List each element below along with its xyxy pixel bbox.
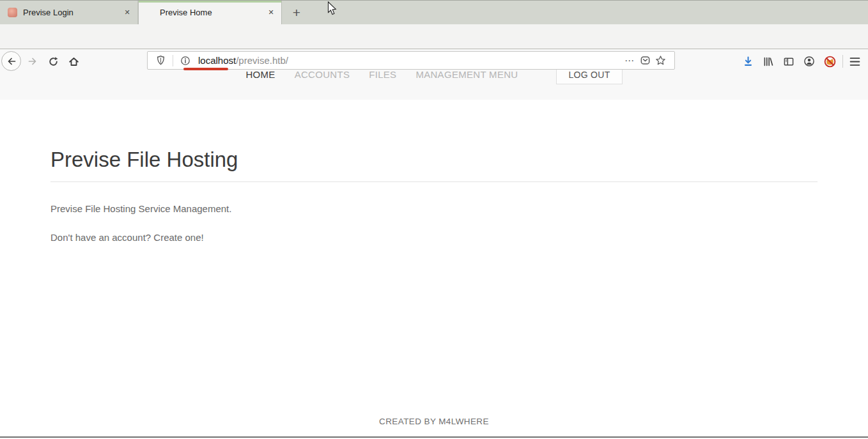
create-account-link[interactable]: Create one! bbox=[153, 232, 203, 243]
reload-icon bbox=[48, 56, 59, 67]
tab-bar: Previse Login ✕ Previse Home ✕ + bbox=[0, 0, 868, 24]
nav-item-management-menu[interactable]: MANAGEMENT MENU bbox=[415, 69, 518, 80]
home-button[interactable] bbox=[65, 53, 82, 70]
urlbar-divider bbox=[173, 55, 173, 66]
downloads-button[interactable] bbox=[740, 53, 756, 70]
back-button[interactable] bbox=[1, 51, 21, 71]
account-icon bbox=[803, 56, 815, 67]
footer-credit: CREATED BY M4LWHERE bbox=[0, 417, 868, 426]
url-text[interactable]: localhost/previse.htb/ bbox=[198, 55, 288, 66]
nav-item-home[interactable]: HOME bbox=[245, 69, 275, 80]
url-path: /previse.htb/ bbox=[236, 55, 288, 66]
close-icon[interactable]: ✕ bbox=[265, 6, 277, 19]
navigation-toolbar: localhost/previse.htb/ ⋯ bbox=[0, 24, 868, 49]
nav-item-accounts[interactable]: ACCOUNTS bbox=[295, 69, 350, 80]
page-actions-icon[interactable]: ⋯ bbox=[622, 53, 637, 68]
pocket-icon[interactable] bbox=[637, 53, 653, 68]
tab-previse-login[interactable]: Previse Login ✕ bbox=[0, 1, 138, 24]
tab-previse-home[interactable]: Previse Home ✕ bbox=[138, 1, 282, 24]
home-icon bbox=[68, 56, 79, 67]
toolbar-separator bbox=[842, 55, 843, 68]
cta-text: Don't have an account? Create one! bbox=[50, 232, 818, 243]
active-tab-indicator bbox=[139, 1, 281, 3]
window-top-border bbox=[0, 0, 868, 1]
forward-arrow-icon bbox=[27, 56, 38, 66]
hamburger-icon bbox=[849, 57, 860, 66]
library-button[interactable] bbox=[760, 53, 777, 70]
main-content: Previse File Hosting Previse File Hostin… bbox=[50, 100, 818, 243]
intro-text: Previse File Hosting Service Management. bbox=[50, 203, 818, 214]
account-button[interactable] bbox=[801, 53, 818, 70]
url-annotation-underline bbox=[183, 68, 228, 70]
browser-window: Previse Login ✕ Previse Home ✕ + bbox=[0, 0, 868, 439]
nav-item-files[interactable]: FILES bbox=[369, 69, 396, 80]
tab-title: Previse Home bbox=[160, 8, 265, 17]
library-icon bbox=[763, 56, 774, 67]
url-bar[interactable]: localhost/previse.htb/ ⋯ bbox=[147, 51, 675, 70]
close-icon[interactable]: ✕ bbox=[121, 6, 134, 19]
cta-prefix: Don't have an account? bbox=[50, 232, 153, 243]
sidebar-icon bbox=[783, 56, 794, 67]
window-bottom-border bbox=[0, 436, 868, 438]
new-tab-button[interactable]: + bbox=[288, 5, 305, 20]
url-host: localhost bbox=[198, 55, 236, 66]
page-title: Previse File Hosting bbox=[50, 148, 818, 172]
tracking-protection-shield-icon[interactable] bbox=[153, 53, 168, 68]
bookmark-star-icon[interactable] bbox=[653, 53, 668, 68]
page-viewport: HOME ACCOUNTS FILES MANAGEMENT MENU LOG … bbox=[0, 49, 868, 436]
tab-title: Previse Login bbox=[23, 8, 121, 17]
back-arrow-icon bbox=[6, 56, 17, 66]
blocked-extension-icon[interactable] bbox=[821, 53, 838, 70]
title-divider bbox=[50, 181, 818, 182]
hamburger-menu-button[interactable] bbox=[846, 53, 863, 70]
sidebar-toggle-button[interactable] bbox=[780, 53, 797, 70]
forward-button[interactable] bbox=[24, 53, 41, 70]
reload-button[interactable] bbox=[45, 53, 61, 70]
site-info-icon[interactable] bbox=[178, 53, 193, 68]
download-icon bbox=[743, 56, 754, 67]
site-favicon-icon bbox=[8, 8, 17, 17]
